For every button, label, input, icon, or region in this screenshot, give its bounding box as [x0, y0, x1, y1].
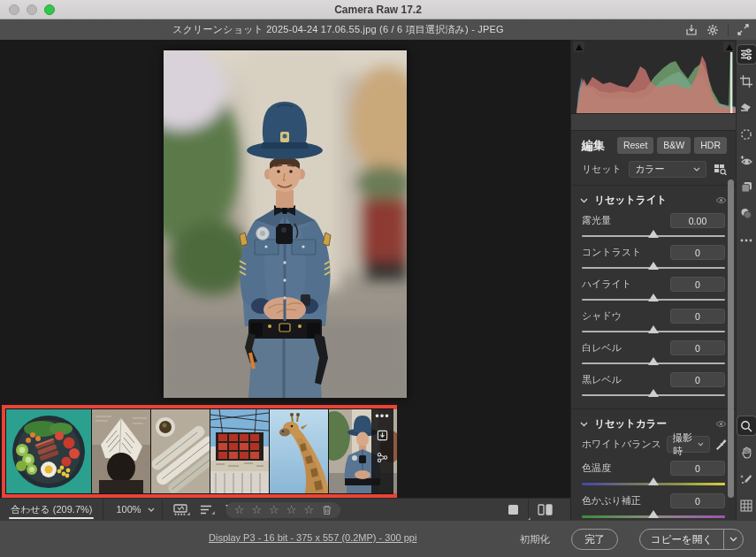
slider-row: 黒レベル0 — [571, 370, 736, 396]
slider-value-input[interactable]: 0 — [670, 461, 725, 476]
hand-tool-icon[interactable] — [737, 443, 756, 462]
chevron-down-icon — [580, 422, 588, 427]
slider-label: シャドウ — [582, 309, 622, 323]
chevron-down-icon — [580, 198, 588, 203]
slider-track[interactable] — [582, 394, 725, 396]
open-copy-button[interactable]: コピーを開く — [640, 530, 723, 549]
edit-panel: 編集 Reset B&W HDR リセット カラー リセットライト露光量0.00… — [570, 40, 736, 520]
section-eye-icon[interactable] — [715, 420, 727, 428]
minimize-button[interactable] — [27, 4, 37, 15]
image-viewport: ••• 合わせる (209.7%) 100% — [0, 40, 570, 520]
share-nodes-icon[interactable] — [377, 452, 388, 463]
shadow-clipping-toggle[interactable] — [573, 42, 584, 52]
acr-header: スクリーンショット 2025-04-24 17.06.55.jpg (6 / 6… — [0, 19, 756, 40]
thumbnail-newspaper-rolls-coffee[interactable] — [151, 409, 210, 493]
save-image-icon[interactable] — [685, 24, 698, 36]
preset-browser-icon[interactable] — [714, 164, 727, 175]
thumbnail-salad-bowl[interactable] — [6, 409, 91, 493]
slider-track[interactable] — [582, 267, 725, 269]
preview-style-icon[interactable] — [499, 499, 528, 521]
workflow-options-link[interactable]: Display P3 - 16 bit - 375 x 557 (0.2MP) … — [209, 532, 416, 543]
thumbnail-red-crates-street[interactable] — [210, 409, 269, 493]
done-button[interactable]: 完了 — [571, 529, 618, 550]
slider-thumb[interactable] — [648, 389, 659, 397]
slider-track[interactable] — [582, 362, 725, 364]
before-after-icon[interactable] — [529, 499, 561, 521]
eyedropper-icon[interactable] — [715, 439, 727, 451]
zoom-tool-icon[interactable] — [737, 416, 756, 435]
slider-track[interactable] — [582, 235, 725, 237]
open-copy-dropdown[interactable] — [723, 530, 743, 549]
slider-value-input[interactable]: 0 — [670, 309, 725, 324]
star-icon[interactable]: ☆ — [234, 503, 245, 517]
color-circles-icon[interactable] — [737, 204, 756, 223]
thumbnail-newspaper-over-head[interactable] — [92, 409, 150, 493]
slider-value-input[interactable]: 0 — [670, 245, 725, 260]
slider-value-input[interactable]: 0.00 — [670, 213, 725, 228]
slider-thumb[interactable] — [648, 477, 659, 485]
filmstrip-selected-group: ••• — [2, 405, 397, 498]
white-balance-row: ホワイトバランス撮影時 — [571, 434, 736, 458]
slider-value-input[interactable]: 0 — [670, 493, 725, 508]
slider-track[interactable] — [582, 299, 725, 301]
masking-tool-icon[interactable] — [737, 125, 756, 143]
reset-all-button[interactable]: 初期化 — [519, 533, 550, 546]
settings-gear-icon[interactable] — [706, 24, 719, 36]
zoom-toolbar: 合わせる (209.7%) 100% — [0, 498, 570, 520]
highlight-clipping-toggle[interactable] — [723, 42, 735, 52]
slider-thumb[interactable] — [648, 230, 659, 238]
fullscreen-icon[interactable] — [737, 24, 749, 35]
slider-thumb[interactable] — [648, 262, 659, 270]
panel-section: リセットカラーホワイトバランス撮影時色温度0色かぶり補正0自然な彩度0彩度0 — [571, 409, 736, 520]
star-icon[interactable]: ☆ — [251, 503, 262, 517]
white-balance-select[interactable]: 撮影時 — [667, 436, 710, 453]
healing-tool-icon[interactable] — [737, 98, 756, 117]
save-icon[interactable] — [377, 430, 388, 441]
histogram[interactable] — [571, 40, 736, 113]
presets-tool-icon[interactable] — [737, 178, 756, 196]
preset-row: リセット カラー — [571, 159, 736, 186]
edit-tool-icon[interactable] — [737, 45, 756, 64]
reset-button[interactable]: Reset — [617, 137, 653, 154]
slider-row: 色かぶり補正0 — [571, 491, 736, 518]
red-eye-tool-icon[interactable] — [737, 151, 756, 170]
filename-label: スクリーンショット 2025-04-24 17.06.55.jpg (6 / 6… — [0, 23, 676, 36]
section-header[interactable]: リセットライト — [571, 189, 736, 210]
fit-zoom-tab[interactable]: 合わせる (209.7%) — [0, 499, 103, 521]
panel-scrollbar[interactable] — [728, 179, 734, 498]
section-eye-icon[interactable] — [715, 196, 727, 204]
thumbnail-giraffe[interactable] — [270, 409, 328, 493]
main-photo-police-officer[interactable] — [164, 50, 407, 398]
slider-track[interactable] — [582, 331, 725, 332]
preset-select[interactable]: カラー — [629, 161, 706, 178]
edit-title: 編集 — [582, 138, 614, 154]
slider-thumb[interactable] — [648, 294, 659, 301]
more-dots-icon[interactable]: ••• — [375, 414, 390, 419]
slider-label: ハイライト — [582, 278, 631, 291]
white-balance-value: 撮影時 — [673, 431, 698, 458]
sort-order-icon[interactable] — [200, 505, 212, 515]
slider-value-input[interactable]: 0 — [670, 340, 725, 355]
slider-thumb[interactable] — [648, 357, 659, 365]
trash-icon[interactable] — [322, 505, 332, 515]
crop-tool-icon[interactable] — [737, 72, 756, 90]
star-icon[interactable]: ☆ — [269, 503, 279, 517]
maximize-button[interactable] — [44, 4, 55, 15]
slider-thumb[interactable] — [648, 510, 659, 518]
sampler-brush-icon[interactable] — [737, 469, 756, 488]
star-icon[interactable]: ☆ — [303, 503, 314, 517]
filmstrip-view-icon[interactable] — [173, 504, 187, 515]
star-icon[interactable]: ☆ — [286, 503, 297, 517]
slider-track[interactable] — [582, 483, 725, 485]
slider-track[interactable] — [582, 515, 725, 518]
zoom-level-select[interactable]: 100% — [103, 499, 161, 521]
section-header[interactable]: リセットカラー — [571, 413, 736, 434]
bw-button[interactable]: B&W — [657, 137, 691, 154]
close-button[interactable] — [9, 4, 19, 15]
grid-overlay-icon[interactable] — [737, 496, 756, 515]
more-tools-icon[interactable] — [737, 231, 756, 249]
slider-value-input[interactable]: 0 — [670, 372, 725, 387]
slider-value-input[interactable]: 0 — [670, 277, 725, 292]
hdr-button[interactable]: HDR — [694, 137, 727, 154]
slider-thumb[interactable] — [648, 325, 659, 333]
